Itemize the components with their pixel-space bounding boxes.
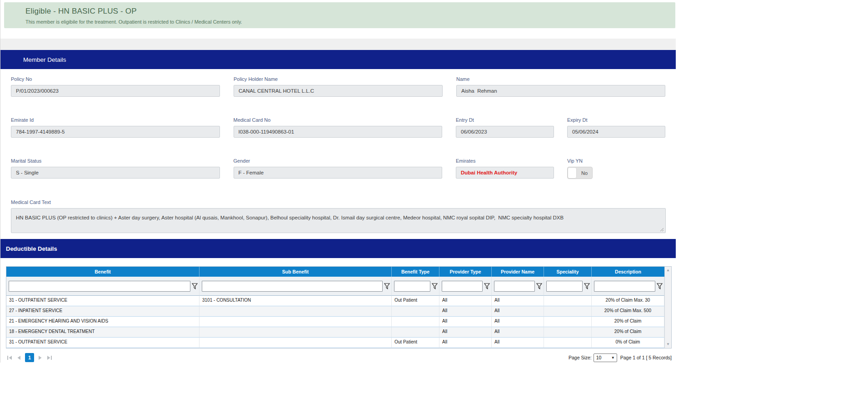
filter-icon[interactable] [484,283,490,289]
filter-input-description[interactable] [594,281,655,292]
column-header-provider-name[interactable]: Provider Name [492,267,544,277]
filter-icon[interactable] [432,283,438,289]
deductible-grid: BenefitSub BenefitBenefit TypeProvider T… [6,266,672,348]
table-cell [392,317,439,327]
emirates-input[interactable] [456,167,554,179]
expiry-dt-input[interactable] [567,126,665,138]
table-cell: All [492,327,544,338]
marital-status-label: Marital Status [11,158,220,164]
table-cell: All [439,306,492,317]
filter-input-provider-name[interactable] [494,281,535,292]
filter-input-benefit-type[interactable] [394,281,430,292]
table-scrollbar[interactable]: ▲ ▼ [664,267,671,348]
filter-cell-benefit [6,277,200,296]
medical-card-text-area[interactable] [11,208,666,233]
table-cell [544,317,592,327]
policy-holder-name-label: Policy Holder Name [234,76,443,83]
emirate-id-label: Emirate Id [11,117,220,124]
table-cell [200,338,392,348]
table-cell: 27 - INPATIENT SERVICE [6,306,200,317]
vip-yn-toggle[interactable]: No [567,167,593,179]
table-row: 31 - OUTPATIENT SERVICEOut PatientAllAll… [6,338,664,348]
table-cell: 20% of Claim Max. 500 [592,306,664,317]
pager-buttons: 1 [6,353,53,362]
table-cell: 0% of Claim [592,338,664,348]
chevron-down-icon: ▼ [611,356,615,360]
filter-input-provider-type[interactable] [442,281,483,292]
filter-cell-description [592,277,664,296]
column-header-benefit[interactable]: Benefit [6,267,200,277]
medical-card-no-input[interactable] [234,126,443,138]
page-summary: Page 1 of 1 [ 5 Records] [620,355,672,360]
field-expiry-dt: Expiry Dt [567,117,665,138]
last-page-icon[interactable] [46,354,53,361]
filter-icon[interactable] [384,283,390,289]
field-name: Name [456,76,665,97]
field-policy-holder-name: Policy Holder Name [234,76,443,97]
column-header-description[interactable]: Description [592,267,664,277]
name-label: Name [456,76,665,83]
eligibility-banner: Eligible - HN BASIC PLUS - OP This membe… [4,2,675,28]
entry-dt-label: Entry Dt [456,117,554,124]
column-header-speciality[interactable]: Speciality [544,267,592,277]
marital-status-input[interactable] [11,167,220,179]
table-cell: 20% of Claim Max. 30 [592,296,664,306]
table-row: 31 - OUTPATIENT SERVICE3101 - CONSULTATI… [6,296,664,306]
column-header-sub-benefit[interactable]: Sub Benefit [200,267,392,277]
scroll-up-icon[interactable]: ▲ [666,269,670,272]
prev-page-icon[interactable] [15,354,23,361]
table-row: 18 - EMERGENCY DENTAL TREATMENTAllAll20%… [6,327,664,338]
field-entry-dt: Entry Dt [456,117,554,138]
table-cell [544,306,592,317]
table-cell: All [439,327,492,338]
table-cell [200,317,392,327]
policy-holder-name-input[interactable] [234,85,443,97]
table-cell: 20% of Claim [592,327,664,338]
member-details-title: Member Details [23,56,66,63]
section-divider [0,39,676,50]
content-column: Eligible - HN BASIC PLUS - OP This membe… [0,0,676,363]
table-row: 21 - EMERGENCY HEARING AND VISION AIDSAl… [6,317,664,327]
filter-cell-speciality [544,277,592,296]
scroll-down-icon[interactable]: ▼ [666,343,670,346]
filter-cell-provider-name [492,277,544,296]
resize-grip-icon[interactable] [660,228,664,232]
filter-input-sub-benefit[interactable] [202,281,383,292]
eligibility-title: Eligible - HN BASIC PLUS - OP [25,7,675,16]
table-row: 27 - INPATIENT SERVICEAllAll20% of Claim… [6,306,664,317]
filter-icon[interactable] [536,283,542,289]
field-medical-card-text: Medical Card Text [11,199,665,233]
next-page-icon[interactable] [36,354,44,361]
page-number-button[interactable]: 1 [25,353,34,362]
toggle-knob [568,167,577,179]
table-cell: Out Patient [392,338,439,348]
table-cell: All [492,338,544,348]
emirates-label: Emirates [456,158,554,164]
table-cell [544,296,592,306]
eligibility-banner-card: Eligible - HN BASIC PLUS - OP This membe… [0,0,676,39]
column-header-benefit-type[interactable]: Benefit Type [392,267,439,277]
filter-cell-provider-type [439,277,492,296]
filter-icon[interactable] [192,283,198,289]
table-cell: All [439,317,492,327]
field-marital-status: Marital Status [11,158,220,179]
emirate-id-input[interactable] [11,126,220,138]
table-cell: All [492,306,544,317]
entry-dt-input[interactable] [456,126,554,138]
filter-input-benefit[interactable] [9,281,190,292]
gender-label: Gender [234,158,443,164]
gender-input[interactable] [234,167,443,179]
pagination-bar: 1 Page Size: 10 ▼ Page 1 of 1 [ 5 Record… [6,353,672,363]
filter-icon[interactable] [584,283,590,289]
field-emirate-id: Emirate Id [11,117,220,138]
table-cell [392,306,439,317]
table-cell [544,338,592,348]
page-size-select[interactable]: 10 ▼ [594,353,617,362]
filter-icon[interactable] [657,283,663,289]
filter-input-speciality[interactable] [546,281,583,292]
name-input[interactable] [456,85,665,97]
table-cell: 31 - OUTPATIENT SERVICE [6,296,200,306]
column-header-provider-type[interactable]: Provider Type [439,267,492,277]
first-page-icon[interactable] [6,354,13,361]
policy-no-input[interactable] [11,85,220,97]
